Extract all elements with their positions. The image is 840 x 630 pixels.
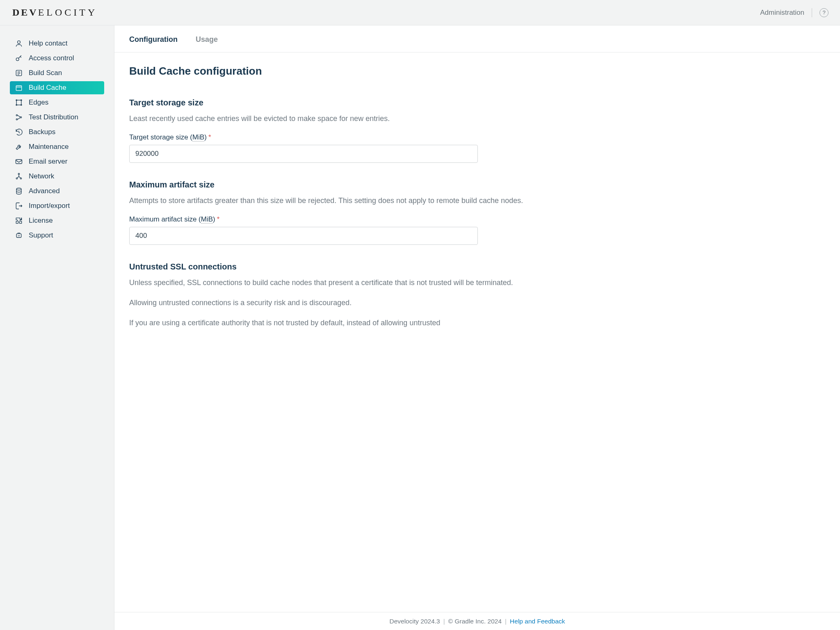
ssl-desc-3: If you are using a certificate authority… [129, 317, 582, 329]
artifact-field-label: Maximum artifact size (MiB)* [129, 215, 582, 224]
section-title-artifact: Maximum artifact size [129, 180, 582, 189]
sidebar-item-label: Maintenance [29, 143, 68, 151]
sidebar-item-label: Advanced [29, 187, 60, 195]
main: Configuration Usage Build Cache configur… [114, 25, 840, 630]
sidebar-item-support[interactable]: Support [10, 229, 104, 242]
sidebar-item-license[interactable]: License [10, 214, 104, 227]
footer-copyright: © Gradle Inc. 2024 [448, 618, 502, 625]
page-title: Build Cache configuration [129, 65, 582, 78]
nodes-icon [15, 113, 23, 121]
target-field-label: Target storage size (MiB)* [129, 133, 582, 142]
logo-prefix: DEV [12, 7, 38, 18]
mail-icon [15, 158, 23, 166]
svg-point-16 [16, 188, 21, 190]
sidebar-item-label: Network [29, 172, 54, 180]
sidebar-item-email-server[interactable]: Email server [10, 155, 104, 168]
sidebar-item-network[interactable]: Network [10, 170, 104, 183]
target-storage-size-input[interactable] [129, 145, 478, 163]
sidebar-item-edges[interactable]: Edges [10, 96, 104, 109]
sidebar-item-label: Help contact [29, 39, 68, 48]
ssl-desc-1: Unless specified, SSL connections to bui… [129, 277, 582, 288]
ssl-desc-2: Allowing untrusted connections is a secu… [129, 297, 582, 308]
sidebar-item-test-distribution[interactable]: Test Distribution [10, 111, 104, 124]
administration-link[interactable]: Administration [760, 9, 804, 17]
svg-rect-4 [16, 100, 21, 105]
wrench-icon [15, 143, 23, 151]
list-icon [15, 69, 23, 77]
sidebar-item-label: Import/export [29, 202, 70, 210]
key-icon [15, 54, 23, 62]
topbar: DEVELOCITY Administration ? [0, 0, 840, 25]
sidebar-item-label: Backups [29, 128, 55, 136]
logo-suffix: ELOCITY [38, 7, 98, 18]
clock-icon [15, 128, 23, 136]
square-dots-icon [15, 98, 23, 107]
footer-product: Develocity 2024.3 [389, 618, 440, 625]
section-title-target: Target storage size [129, 98, 582, 107]
sidebar-item-access-control[interactable]: Access control [10, 52, 104, 65]
sidebar-item-label: Support [29, 231, 53, 240]
section-desc-artifact: Attempts to store artifacts greater than… [129, 195, 582, 206]
puzzle-icon [15, 217, 23, 225]
tab-usage[interactable]: Usage [196, 35, 218, 44]
export-icon [15, 202, 23, 210]
svg-point-11 [20, 116, 21, 118]
section-desc-target: Least recently used cache entries will b… [129, 113, 582, 124]
svg-point-13 [18, 173, 19, 175]
network-icon [15, 172, 23, 180]
section-title-ssl: Untrusted SSL connections [129, 262, 582, 272]
sidebar-item-label: Build Scan [29, 69, 62, 77]
db-icon [15, 187, 23, 195]
user-icon [15, 39, 23, 48]
sidebar-item-advanced[interactable]: Advanced [10, 185, 104, 198]
svg-point-9 [16, 114, 17, 116]
logo: DEVELOCITY [12, 7, 97, 18]
footer: Develocity 2024.3 | © Gradle Inc. 2024 |… [114, 612, 840, 630]
svg-rect-12 [16, 160, 22, 164]
sidebar-item-label: Edges [29, 98, 48, 107]
footer-help-link[interactable]: Help and Feedback [510, 618, 565, 625]
sidebar-item-label: Test Distribution [29, 113, 78, 121]
sidebar-item-label: Email server [29, 158, 67, 166]
tab-configuration[interactable]: Configuration [129, 35, 178, 44]
svg-rect-3 [16, 86, 21, 91]
sidebar-item-label: License [29, 217, 53, 225]
help-icon[interactable]: ? [819, 8, 829, 17]
tabs: Configuration Usage [114, 25, 840, 52]
sidebar-item-maintenance[interactable]: Maintenance [10, 140, 104, 153]
sidebar-item-import-export[interactable]: Import/export [10, 199, 104, 212]
box-icon [15, 84, 23, 92]
sidebar: Help contact Access control Build Scan B… [0, 25, 114, 630]
sidebar-item-help-contact[interactable]: Help contact [10, 37, 104, 50]
svg-point-10 [16, 119, 17, 120]
max-artifact-size-input[interactable] [129, 227, 478, 245]
sidebar-item-build-cache[interactable]: Build Cache [10, 81, 104, 94]
sidebar-item-backups[interactable]: Backups [10, 126, 104, 139]
sidebar-item-label: Build Cache [29, 84, 66, 92]
svg-point-0 [18, 41, 21, 43]
svg-point-1 [16, 58, 19, 61]
divider [812, 8, 812, 17]
sidebar-item-build-scan[interactable]: Build Scan [10, 66, 104, 80]
sidebar-item-label: Access control [29, 54, 74, 62]
support-icon [15, 231, 23, 240]
